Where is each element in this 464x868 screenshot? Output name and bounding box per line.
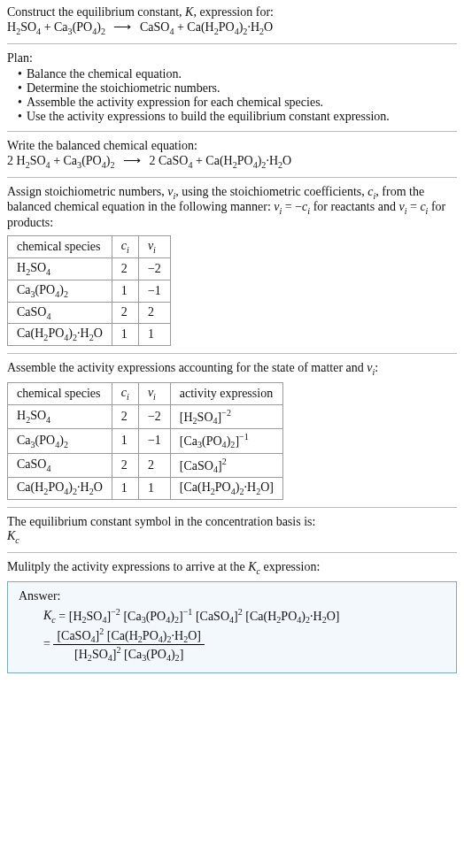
stoich-table: chemical species ci νi H2SO4 2 −2 Ca3(PO…	[7, 235, 171, 346]
cell-ci: 1	[112, 478, 138, 500]
cell-species: CaSO4	[8, 302, 112, 324]
cell-activity: [Ca(H2PO4)2·H2O]	[170, 478, 282, 500]
prompt-block: Construct the equilibrium constant, K, e…	[7, 5, 457, 36]
table-header-row: chemical species ci νi	[8, 236, 171, 258]
cell-vi: 1	[138, 324, 170, 346]
symbol-block: The equilibrium constant symbol in the c…	[7, 515, 457, 545]
activity-table: chemical species ci νi activity expressi…	[7, 382, 283, 500]
cell-ci: 2	[112, 404, 138, 428]
plan-item: Balance the chemical equation.	[18, 67, 457, 81]
cell-ci: 1	[112, 280, 138, 302]
cell-vi: −1	[138, 280, 170, 302]
divider	[7, 353, 457, 354]
table-row: Ca3(PO4)2 1 −1	[8, 280, 171, 302]
answer-box: Answer: Kc = [H2SO4]−2 [Ca3(PO4)2]−1 [Ca…	[7, 581, 457, 673]
prompt-line: Construct the equilibrium constant, K, e…	[7, 5, 457, 19]
assign-block: Assign stoichiometric numbers, νi, using…	[7, 185, 457, 347]
cell-species: Ca3(PO4)2	[8, 280, 112, 302]
cell-vi: 2	[138, 302, 170, 324]
col-ci: ci	[112, 236, 138, 258]
cell-species: Ca(H2PO4)2·H2O	[8, 324, 112, 346]
cell-species: H2SO4	[8, 257, 112, 280]
activity-text: Assemble the activity expressions accoun…	[7, 361, 457, 377]
cell-activity: [CaSO4]2	[170, 453, 282, 477]
multiply-block: Mulitply the activity expressions to arr…	[7, 560, 457, 673]
table-row: H2SO4 2 −2 [H2SO4]−2	[8, 404, 283, 428]
balanced-equation: 2 H2SO4 + Ca3(PO4)2 ⟶ 2 CaSO4 + Ca(H2PO4…	[7, 153, 457, 170]
table-row: CaSO4 2 2	[8, 302, 171, 324]
fraction-denominator: [H2SO4]2 [Ca3(PO4)2]	[53, 645, 205, 663]
prompt-text-prefix: Construct the equilibrium constant,	[7, 5, 185, 19]
col-species: chemical species	[8, 236, 112, 258]
plan-heading: Plan:	[7, 51, 457, 65]
table-row: Ca(H2PO4)2·H2O 1 1	[8, 324, 171, 346]
unbalanced-equation: H2SO4 + Ca3(PO4)2 ⟶ CaSO4 + Ca(H2PO4)2·H…	[7, 19, 457, 36]
fraction-numerator: [CaSO4]2 [Ca(H2PO4)2·H2O]	[53, 626, 205, 645]
cell-vi: −1	[138, 429, 170, 453]
activity-block: Assemble the activity expressions accoun…	[7, 361, 457, 500]
col-vi: νi	[138, 382, 170, 404]
cell-species: H2SO4	[8, 404, 112, 428]
prompt-k: K	[185, 5, 193, 19]
cell-species: Ca3(PO4)2	[8, 429, 112, 453]
col-ci: ci	[112, 382, 138, 404]
plan-item: Use the activity expressions to build th…	[18, 110, 457, 124]
answer-body: Kc = [H2SO4]−2 [Ca3(PO4)2]−1 [CaSO4]2 [C…	[19, 607, 445, 664]
assign-text: Assign stoichiometric numbers, νi, using…	[7, 185, 457, 231]
cell-species: CaSO4	[8, 453, 112, 477]
cell-ci: 1	[112, 324, 138, 346]
cell-activity: [Ca3(PO4)2]−1	[170, 429, 282, 453]
balanced-heading: Write the balanced chemical equation:	[7, 139, 457, 153]
cell-ci: 1	[112, 429, 138, 453]
multiply-text: Mulitply the activity expressions to arr…	[7, 560, 457, 576]
plan-block: Plan: Balance the chemical equation. Det…	[7, 51, 457, 124]
divider	[7, 43, 457, 44]
answer-line1: Kc = [H2SO4]−2 [Ca3(PO4)2]−1 [CaSO4]2 [C…	[43, 607, 445, 625]
divider	[7, 507, 457, 508]
divider	[7, 177, 457, 178]
table-row: Ca3(PO4)2 1 −1 [Ca3(PO4)2]−1	[8, 429, 283, 453]
cell-vi: −2	[138, 257, 170, 280]
cell-vi: 1	[138, 478, 170, 500]
col-vi: νi	[138, 236, 170, 258]
answer-eq-prefix: =	[43, 637, 53, 650]
plan-item: Assemble the activity expression for eac…	[18, 96, 457, 110]
answer-fraction: [CaSO4]2 [Ca(H2PO4)2·H2O] [H2SO4]2 [Ca3(…	[53, 626, 205, 664]
symbol-line2: Kc	[7, 529, 457, 545]
plan-item: Determine the stoichiometric numbers.	[18, 81, 457, 96]
answer-line2: = [CaSO4]2 [Ca(H2PO4)2·H2O] [H2SO4]2 [Ca…	[43, 626, 445, 664]
prompt-text-suffix: , expression for:	[193, 5, 274, 19]
cell-vi: 2	[138, 453, 170, 477]
cell-ci: 2	[112, 257, 138, 280]
table-row: Ca(H2PO4)2·H2O 1 1 [Ca(H2PO4)2·H2O]	[8, 478, 283, 500]
cell-ci: 2	[112, 453, 138, 477]
balanced-block: Write the balanced chemical equation: 2 …	[7, 139, 457, 170]
col-activity: activity expression	[170, 382, 282, 404]
table-row: CaSO4 2 2 [CaSO4]2	[8, 453, 283, 477]
divider	[7, 131, 457, 132]
plan-list: Balance the chemical equation. Determine…	[7, 67, 457, 124]
cell-ci: 2	[112, 302, 138, 324]
table-header-row: chemical species ci νi activity expressi…	[8, 382, 283, 404]
cell-species: Ca(H2PO4)2·H2O	[8, 478, 112, 500]
col-species: chemical species	[8, 382, 112, 404]
table-row: H2SO4 2 −2	[8, 257, 171, 280]
answer-label: Answer:	[19, 589, 445, 603]
symbol-line1: The equilibrium constant symbol in the c…	[7, 515, 457, 529]
cell-vi: −2	[138, 404, 170, 428]
cell-activity: [H2SO4]−2	[170, 404, 282, 428]
divider	[7, 552, 457, 553]
